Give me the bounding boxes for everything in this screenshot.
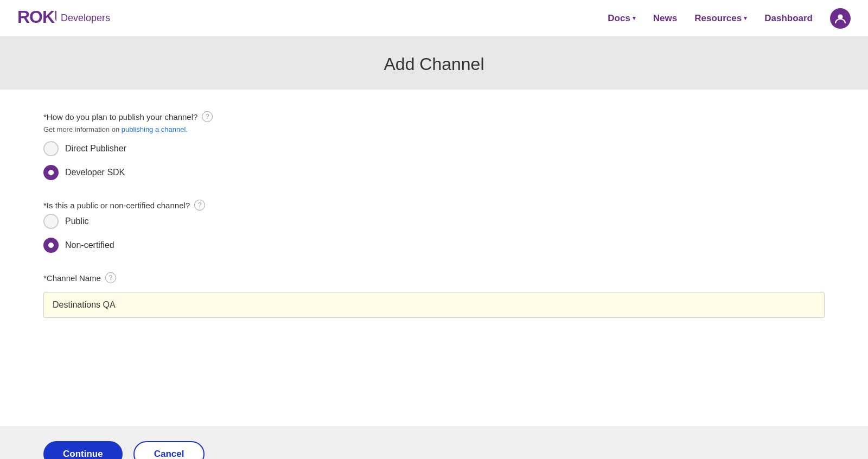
radio-developer-sdk[interactable]: Developer SDK: [43, 165, 825, 180]
nav-developers-label: Developers: [61, 12, 110, 24]
navigation: ROKU Developers Docs ▾ News Resources ▾ …: [0, 0, 868, 37]
channel-name-label: *Channel Name ?: [43, 272, 825, 283]
nav-news-link[interactable]: News: [653, 13, 677, 24]
channel-type-help-icon[interactable]: ?: [194, 200, 205, 211]
channel-name-help-icon[interactable]: ?: [105, 272, 116, 283]
roku-logo[interactable]: ROKU Developers: [17, 7, 110, 30]
channel-type-section: *Is this a public or non-certified chann…: [43, 200, 825, 253]
radio-circle-non-certified: [43, 238, 59, 253]
radio-label-non-certified: Non-certified: [65, 240, 114, 250]
roku-wordmark: ROKU: [17, 7, 56, 30]
form-footer: Continue Cancel: [0, 426, 868, 459]
publish-hint: Get more information on publishing a cha…: [43, 125, 825, 133]
radio-public[interactable]: Public: [43, 214, 825, 229]
page-title: Add Channel: [0, 54, 868, 74]
cancel-button[interactable]: Cancel: [133, 441, 205, 459]
nav-right: Docs ▾ News Resources ▾ Dashboard: [608, 8, 851, 29]
continue-button[interactable]: Continue: [43, 441, 123, 459]
radio-label-direct-publisher: Direct Publisher: [65, 144, 126, 154]
publishing-channel-link[interactable]: publishing a channel.: [122, 125, 188, 133]
nav-docs-link[interactable]: Docs ▾: [608, 13, 636, 24]
publish-method-radio-group: Direct Publisher Developer SDK: [43, 141, 825, 180]
radio-non-certified[interactable]: Non-certified: [43, 238, 825, 253]
nav-dashboard-link[interactable]: Dashboard: [764, 13, 813, 24]
radio-label-public: Public: [65, 216, 89, 226]
svg-text:ROKU: ROKU: [17, 7, 56, 26]
radio-circle-direct-publisher: [43, 141, 59, 156]
radio-direct-publisher[interactable]: Direct Publisher: [43, 141, 825, 156]
radio-circle-developer-sdk: [43, 165, 59, 180]
main-content: *How do you plan to publish your channel…: [0, 90, 868, 426]
publish-method-label: *How do you plan to publish your channel…: [43, 111, 825, 122]
docs-chevron-icon: ▾: [633, 15, 636, 22]
publish-help-icon[interactable]: ?: [202, 111, 213, 122]
user-avatar[interactable]: [830, 8, 851, 29]
resources-chevron-icon: ▾: [744, 15, 747, 22]
nav-resources-link[interactable]: Resources ▾: [694, 13, 747, 24]
channel-name-input[interactable]: [43, 292, 825, 318]
publish-method-section: *How do you plan to publish your channel…: [43, 111, 825, 180]
channel-type-label: *Is this a public or non-certified chann…: [43, 200, 825, 211]
page-header: Add Channel: [0, 37, 868, 90]
channel-type-radio-group: Public Non-certified: [43, 214, 825, 253]
nav-left: ROKU Developers: [17, 7, 110, 30]
channel-name-section: *Channel Name ?: [43, 272, 825, 318]
radio-label-developer-sdk: Developer SDK: [65, 168, 125, 177]
radio-circle-public: [43, 214, 59, 229]
